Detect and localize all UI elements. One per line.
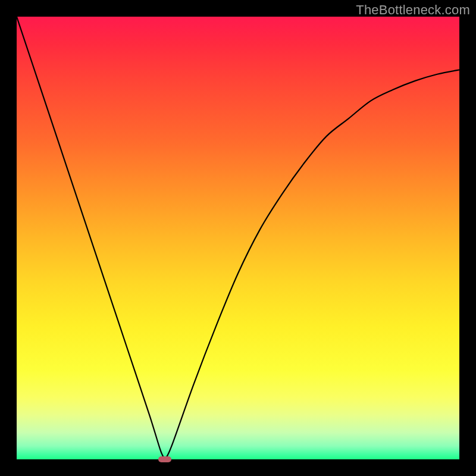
watermark-text: TheBottleneck.com <box>356 2 470 18</box>
plot-area <box>17 17 459 459</box>
bottleneck-curve <box>17 17 459 459</box>
chart-frame: TheBottleneck.com <box>0 0 476 476</box>
minimum-marker <box>158 456 171 462</box>
